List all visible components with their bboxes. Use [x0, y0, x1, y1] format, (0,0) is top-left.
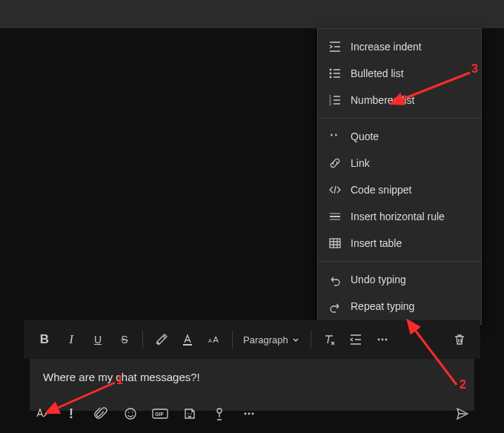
- insert-table-icon: [328, 237, 342, 250]
- menu-bulleted-list[interactable]: Bulleted list: [318, 60, 481, 87]
- svg-text:A: A: [208, 338, 212, 344]
- menu-link[interactable]: Link: [318, 150, 481, 176]
- font-color-button[interactable]: [174, 326, 201, 353]
- code-snippet-icon: [328, 183, 342, 196]
- menu-item-label: Bulleted list: [351, 67, 404, 79]
- svg-point-1: [330, 73, 332, 75]
- svg-text:GIF: GIF: [155, 411, 164, 417]
- paragraph-style-label: Paragraph: [243, 334, 288, 346]
- bold-button[interactable]: B: [31, 326, 58, 353]
- menu-code-snippet[interactable]: Code snippet: [318, 176, 481, 203]
- emoji-button[interactable]: [116, 399, 145, 429]
- bulleted-list-icon: [328, 67, 342, 80]
- svg-point-19: [217, 409, 222, 413]
- toolbar-separator: [311, 331, 311, 348]
- quote-icon: [328, 130, 342, 143]
- menu-horizontal-rule[interactable]: Insert horizontal rule: [318, 203, 481, 230]
- sticker-button[interactable]: [175, 399, 205, 429]
- menu-item-label: Insert horizontal rule: [351, 211, 445, 222]
- chevron-down-icon: [291, 335, 300, 344]
- menu-insert-table[interactable]: Insert table: [318, 230, 481, 257]
- strikethrough-button[interactable]: S: [111, 326, 138, 353]
- toolbar-separator: [232, 331, 233, 348]
- svg-point-12: [125, 409, 136, 419]
- toolbar-separator: [142, 331, 143, 348]
- numbered-list-icon: 123: [328, 93, 342, 107]
- svg-text:A: A: [213, 335, 219, 344]
- gif-button[interactable]: GIF: [145, 399, 175, 429]
- svg-point-2: [330, 76, 332, 79]
- menu-item-label: Quote: [351, 130, 379, 142]
- format-toggle-button[interactable]: [27, 399, 56, 429]
- menu-redo[interactable]: Repeat typing: [318, 293, 481, 320]
- svg-point-17: [188, 413, 189, 414]
- menu-item-label: Increase indent: [351, 41, 422, 53]
- format-toolbar: B I U S AA Paragraph: [24, 320, 480, 359]
- menu-item-label: Repeat typing: [351, 300, 414, 312]
- highlight-button[interactable]: [147, 326, 174, 353]
- svg-point-9: [377, 339, 379, 341]
- menu-item-label: Code snippet: [351, 184, 412, 196]
- menu-separator: [318, 118, 481, 119]
- menu-undo[interactable]: Undo typing: [318, 266, 481, 293]
- menu-item-label: Insert table: [351, 237, 402, 249]
- svg-point-10: [381, 339, 383, 341]
- clear-formatting-button[interactable]: [316, 326, 342, 353]
- menu-increase-indent[interactable]: Increase indent: [318, 33, 481, 60]
- attach-button[interactable]: [86, 399, 116, 429]
- editor-text: Where are my chat messages?!: [43, 371, 200, 383]
- importance-button[interactable]: !: [56, 399, 86, 429]
- menu-numbered-list[interactable]: 123 Numbered list: [318, 87, 481, 113]
- delete-button[interactable]: [446, 326, 473, 353]
- window-titlebar: [0, 0, 504, 28]
- menu-quote[interactable]: Quote: [318, 123, 481, 150]
- svg-point-18: [190, 413, 192, 414]
- underline-button[interactable]: U: [84, 326, 111, 353]
- paragraph-style-dropdown[interactable]: Paragraph: [237, 326, 306, 353]
- redo-icon: [328, 300, 342, 313]
- italic-button[interactable]: I: [58, 326, 84, 353]
- svg-rect-6: [330, 239, 340, 248]
- svg-point-14: [132, 411, 133, 413]
- more-apps-button[interactable]: [234, 399, 264, 429]
- link-icon: [328, 156, 342, 170]
- menu-item-label: Link: [351, 157, 370, 169]
- svg-text:3: 3: [329, 102, 331, 106]
- compose-bottom-bar: ! GIF: [24, 394, 480, 433]
- font-size-button[interactable]: AA: [201, 326, 228, 353]
- praise-button[interactable]: [205, 399, 234, 429]
- svg-point-11: [385, 339, 387, 341]
- svg-point-22: [252, 413, 254, 415]
- svg-point-21: [248, 413, 251, 415]
- indent-increase-icon: [328, 40, 342, 53]
- more-options-button[interactable]: [369, 326, 396, 353]
- more-options-menu: Increase indent Bulleted list 123 Number…: [317, 28, 482, 325]
- decrease-indent-button[interactable]: [342, 326, 369, 353]
- svg-point-0: [330, 69, 332, 71]
- undo-icon: [328, 273, 342, 286]
- horizontal-rule-icon: [328, 210, 342, 223]
- send-button[interactable]: [448, 399, 477, 429]
- menu-item-label: Undo typing: [351, 274, 406, 285]
- menu-separator: [318, 261, 481, 262]
- svg-point-20: [245, 413, 247, 415]
- menu-item-label: Numbered list: [351, 94, 414, 106]
- svg-point-13: [128, 411, 130, 413]
